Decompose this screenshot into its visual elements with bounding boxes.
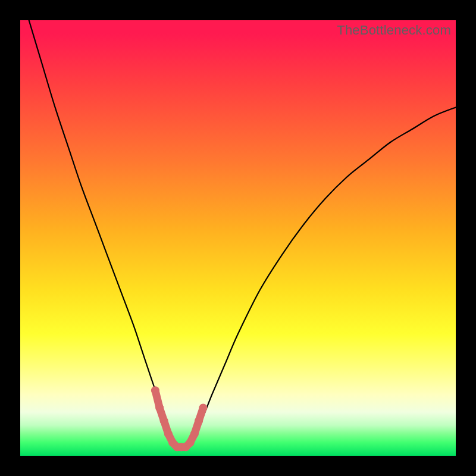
curve-marker: [160, 416, 168, 425]
curve-marker: [164, 430, 173, 438]
curve-marker: [195, 416, 203, 425]
curve-marker: [190, 430, 199, 438]
bottleneck-curve: [20, 20, 456, 456]
plot-area: TheBottleneck.com: [20, 20, 456, 456]
chart-frame: TheBottleneck.com: [0, 0, 476, 476]
curve-marker: [199, 404, 207, 412]
curve-marker: [151, 386, 159, 394]
curve-marker: [186, 439, 195, 447]
curve-marker: [155, 404, 164, 412]
